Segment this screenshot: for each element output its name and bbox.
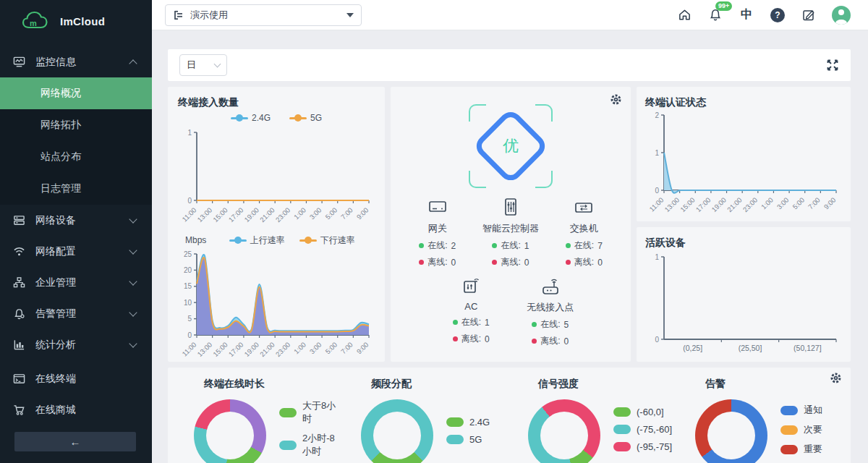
svg-text:25: 25 xyxy=(184,250,192,258)
svg-text:3:00: 3:00 xyxy=(308,206,323,221)
gear-icon xyxy=(610,93,622,106)
svg-text:11:00: 11:00 xyxy=(180,206,197,224)
device-name: 网关 xyxy=(428,222,447,235)
device-status-switch: 交换机 在线:7 离线:0 xyxy=(548,191,621,268)
svg-text:15:00: 15:00 xyxy=(211,206,229,224)
sidebar-item-label: 监控信息 xyxy=(35,56,130,69)
chevron-down-icon xyxy=(129,339,137,347)
chevron-down-icon xyxy=(129,215,137,223)
svg-text:2: 2 xyxy=(655,111,659,119)
legend-swatch xyxy=(613,407,631,417)
device-status-grid-2: AC 在线:1 离线:0 无线接入点 在线:5 离线:0 xyxy=(432,270,590,347)
legend-item[interactable]: 2小时-8小时 xyxy=(279,432,342,458)
settings-gear-button[interactable] xyxy=(610,93,622,109)
legend-item[interactable]: 上行速率 xyxy=(229,234,285,247)
sidebar-item-online-terminals[interactable]: 在线终端 xyxy=(0,363,152,394)
sidebar-item-log-management[interactable]: 日志管理 xyxy=(0,173,152,205)
settings-gear-button[interactable] xyxy=(830,372,842,387)
org-selector-value: 演示使用 xyxy=(190,9,346,22)
monitor-chart-icon xyxy=(13,56,25,68)
legend-swatch xyxy=(446,435,464,444)
sidebar-item-label: 在线终端 xyxy=(35,373,139,386)
home-button[interactable] xyxy=(676,7,692,23)
legend-item[interactable]: 2.4G xyxy=(231,113,271,123)
legend-item[interactable]: 5G xyxy=(289,113,322,123)
language-button[interactable]: 中 xyxy=(739,7,754,23)
svg-text:(0,25]: (0,25] xyxy=(683,344,702,352)
sidebar-item-online-mall[interactable]: 在线商城 xyxy=(0,394,152,425)
legend-item[interactable]: 通知 xyxy=(780,404,822,417)
band-allocation-group: 频段分配 2.4G5G xyxy=(342,378,509,463)
chevron-down-icon xyxy=(129,246,137,254)
sidebar-item-enterprise[interactable]: 企业管理 xyxy=(0,267,152,298)
language-label: 中 xyxy=(741,7,752,22)
legend-item[interactable]: 2.4G xyxy=(446,417,490,428)
dashboard-row-1: 终端接入数量 2.4G 5G 0111:0013:0015:0017:0019:… xyxy=(168,87,851,362)
sidebar-nav: 监控信息 网络概况 网络拓扑 站点分布 日志管理 网络设备 网络配置 xyxy=(0,46,152,425)
user-avatar[interactable] xyxy=(832,6,851,25)
sidebar-item-network-overview[interactable]: 网络概况 xyxy=(0,77,152,109)
legend-label: 5G xyxy=(469,434,482,445)
svg-text:1: 1 xyxy=(187,129,192,137)
legend-item[interactable]: (-60,0] xyxy=(613,407,672,417)
offline-dot-icon xyxy=(492,260,497,265)
fullscreen-button[interactable] xyxy=(826,59,839,75)
auth-status-chart: 01211:0013:0015:0017:0019:0021:0023:001:… xyxy=(645,109,842,218)
legend-item[interactable]: 次要 xyxy=(780,423,822,436)
sidebar-item-statistics[interactable]: 统计分析 xyxy=(0,329,152,360)
edit-form-icon xyxy=(802,9,815,22)
active-devices-chart: 01(0,25](25,50](50,127] xyxy=(645,250,842,358)
network-health-card: 优 网关 在线:2 离线:0 智能云控制器 在线:1 xyxy=(391,87,631,362)
svg-text:7:00: 7:00 xyxy=(807,196,822,211)
svg-text:17:00: 17:00 xyxy=(227,206,245,224)
home-icon xyxy=(678,8,692,22)
legend-item[interactable]: 5G xyxy=(446,434,490,445)
sidebar-item-network-config[interactable]: 网络配置 xyxy=(0,236,152,267)
gateway-icon xyxy=(427,197,448,217)
svg-text:20: 20 xyxy=(184,266,192,274)
device-status-ac: AC 在线:1 离线:0 xyxy=(432,270,511,347)
sidebar-item-monitor-info[interactable]: 监控信息 xyxy=(0,46,152,77)
device-status-grid: 网关 在线:2 离线:0 智能云控制器 在线:1 离线:0 交换机 xyxy=(401,191,621,268)
y-axis-unit-label: Mbps xyxy=(185,235,206,245)
notifications-button[interactable]: 99+ xyxy=(707,7,723,23)
device-status-cloud-controller: 智能云控制器 在线:1 离线:0 xyxy=(474,191,547,268)
feedback-button[interactable] xyxy=(801,7,817,23)
sidebar-item-site-distribution[interactable]: 站点分布 xyxy=(0,141,152,173)
org-selector-dropdown[interactable]: 演示使用 xyxy=(165,4,362,26)
svg-text:23:00: 23:00 xyxy=(274,341,292,359)
svg-text:3:00: 3:00 xyxy=(775,196,791,211)
pie-title: 信号强度 xyxy=(538,378,676,391)
sidebar-collapse-button[interactable]: ← xyxy=(14,432,136,451)
help-button[interactable]: ? xyxy=(770,7,786,23)
legend-swatch xyxy=(780,406,798,415)
legend-item[interactable]: 大于8小时 xyxy=(279,399,342,425)
rate-chart: 051015202511:0013:0015:0017:0019:0021:00… xyxy=(178,248,375,362)
sidebar-item-label: 企业管理 xyxy=(35,276,130,289)
svg-text:7:00: 7:00 xyxy=(339,206,354,221)
terminal-access-card: 终端接入数量 2.4G 5G 0111:0013:0015:0017:0019:… xyxy=(168,87,385,362)
svg-text:13:00: 13:00 xyxy=(195,206,213,224)
legend-item[interactable]: 重要 xyxy=(780,443,822,456)
donut-legend: 大于8小时2小时-8小时30分钟-2小时 xyxy=(279,399,342,463)
band-allocation-donut xyxy=(361,399,433,463)
legend-marker xyxy=(299,239,317,242)
period-selector-dropdown[interactable]: 日 xyxy=(179,54,227,76)
donut-stats-card: 终端在线时长 大于8小时2小时-8小时30分钟-2小时 频段分配 2.4G5G … xyxy=(168,368,851,463)
legend-label: 2.4G xyxy=(469,417,490,428)
legend-swatch xyxy=(279,441,297,450)
device-name: 无线接入点 xyxy=(527,301,574,314)
sidebar-item-network-topology[interactable]: 网络拓扑 xyxy=(0,109,152,141)
legend-item[interactable]: 下行速率 xyxy=(299,234,355,247)
device-status-gateway: 网关 在线:2 离线:0 xyxy=(401,191,474,268)
svg-text:17:00: 17:00 xyxy=(694,196,712,214)
ac-icon xyxy=(460,276,482,296)
online-count: 1 xyxy=(524,241,529,251)
legend-item[interactable]: (-75,-60] xyxy=(613,424,672,435)
sidebar-item-network-devices[interactable]: 网络设备 xyxy=(0,205,152,236)
sidebar-item-alarm-management[interactable]: 告警管理 xyxy=(0,298,152,329)
offline-dot-icon xyxy=(566,260,571,265)
sidebar-item-label: 统计分析 xyxy=(35,339,130,352)
legend-item[interactable]: (-95,-75] xyxy=(613,441,672,452)
terminal-access-legend: 2.4G 5G xyxy=(178,109,375,127)
